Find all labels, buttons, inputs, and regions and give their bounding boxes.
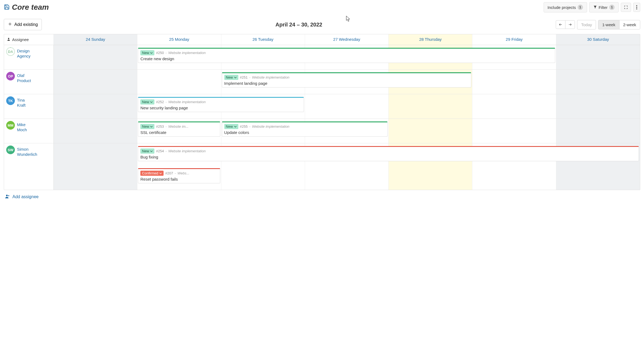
task-status-badge[interactable]: New <box>140 124 154 129</box>
plus-icon <box>8 22 12 27</box>
schedule-lane-area[interactable]: New #250-Website implementationCreate ne… <box>54 45 640 69</box>
two-week-button[interactable]: 2-week <box>619 20 640 29</box>
add-assignee-label: Add assignee <box>12 194 39 199</box>
assignee-row: TKTinaKraftNew #252-Website implementati… <box>4 94 640 119</box>
day-header[interactable]: 24 Sunday <box>54 34 137 45</box>
task-status-badge[interactable]: New <box>224 124 238 129</box>
save-icon[interactable] <box>4 4 10 11</box>
day-header[interactable]: 29 Friday <box>472 34 556 45</box>
task-id: #207 <box>165 171 173 175</box>
avatar: MM <box>6 121 15 130</box>
task-status-badge[interactable]: Confirmed <box>140 171 164 176</box>
day-header[interactable]: 27 Wednesday <box>305 34 389 45</box>
schedule-lane-area[interactable]: New #254-Website implementationBug fixin… <box>54 143 640 190</box>
task-project: Website implementation <box>252 124 290 129</box>
filter-count: 1 <box>609 5 615 10</box>
assignee-row: SWSimonWunderlichNew #254-Website implem… <box>4 143 640 190</box>
task-title: New security landing page <box>140 106 301 110</box>
assignee-name: OlafProduct <box>17 72 31 83</box>
title-bar: Core team Include projects 1 Filter 1 <box>4 2 640 12</box>
task-card[interactable]: New #253-Website im...SSL certificate <box>138 122 220 137</box>
avatar: TK <box>6 96 15 105</box>
day-header[interactable]: 25 Monday <box>137 34 221 45</box>
assignee-name: SimonWunderlich <box>17 146 37 157</box>
task-project: Website implementation <box>168 149 206 153</box>
schedule-lane-area[interactable]: New #253-Website im...SSL certificateNew… <box>54 119 640 143</box>
prev-button[interactable] <box>556 20 565 29</box>
task-title: Reset password fails <box>140 177 218 181</box>
task-project: Website implementation <box>252 75 290 79</box>
task-title: Implement landing page <box>224 81 469 86</box>
schedule-header-row: Assignee 24 Sunday 25 Monday 26 Tuesday … <box>4 34 640 45</box>
assignee-name: TinaKraft <box>17 96 26 108</box>
avatar: SW <box>6 146 15 154</box>
svg-point-1 <box>636 7 637 8</box>
include-projects-button[interactable]: Include projects 1 <box>544 2 587 12</box>
task-id: #251 <box>240 75 248 79</box>
task-title: SSL certificate <box>140 130 218 135</box>
task-project: Website im... <box>168 124 189 129</box>
task-id: #255 <box>240 124 248 129</box>
include-projects-count: 1 <box>578 5 583 10</box>
day-header[interactable]: 26 Tuesday <box>221 34 305 45</box>
task-title: Bug fixing <box>140 155 636 159</box>
one-week-button[interactable]: 1-week <box>598 20 619 29</box>
svg-point-7 <box>8 38 9 39</box>
assignee-row: MMMikeMochNew #253-Website im...SSL cert… <box>4 119 640 143</box>
task-project: Website implementation <box>168 51 206 55</box>
task-title: Update colors <box>224 130 385 135</box>
schedule-lane-area[interactable]: New #251-Website implementationImplement… <box>54 70 640 94</box>
svg-point-8 <box>6 195 8 196</box>
task-card[interactable]: New #255-Website implementationUpdate co… <box>222 122 388 137</box>
today-button[interactable]: Today <box>577 20 596 29</box>
task-status-badge[interactable]: New <box>224 75 238 80</box>
task-status-badge[interactable]: New <box>140 148 154 154</box>
task-project: Webs... <box>178 171 189 175</box>
assignee-cell[interactable]: SWSimonWunderlich <box>4 143 54 190</box>
add-existing-button[interactable]: Add existing <box>4 19 42 30</box>
assignee-row: OPOlafProductNew #251-Website implementa… <box>4 69 640 94</box>
task-card[interactable]: New #254-Website implementationBug fixin… <box>138 146 639 161</box>
page-title: Core team <box>12 3 49 12</box>
add-existing-label: Add existing <box>14 22 38 27</box>
task-card[interactable]: New #250-Website implementationCreate ne… <box>138 48 555 63</box>
task-project: Website implementation <box>168 100 206 104</box>
assignee-cell[interactable]: MMMikeMoch <box>4 119 54 143</box>
task-card[interactable]: Confirmed #207-Webs...Reset password fai… <box>138 168 220 183</box>
cursor-icon <box>346 16 351 22</box>
assignee-row: DADesignAgencyNew #250-Website implement… <box>4 45 640 69</box>
day-header[interactable]: 28 Thursday <box>389 34 472 45</box>
task-title: Create new design <box>140 56 553 61</box>
assignee-cell[interactable]: OPOlafProduct <box>4 70 54 94</box>
add-user-icon <box>5 194 10 200</box>
schedule-lane-area[interactable]: New #252-Website implementationNew secur… <box>54 94 640 119</box>
more-menu-button[interactable] <box>633 3 640 12</box>
assignee-cell[interactable]: DADesignAgency <box>4 45 54 69</box>
assignee-column-header[interactable]: Assignee <box>4 34 54 45</box>
fullscreen-button[interactable] <box>621 3 631 12</box>
avatar: DA <box>6 47 15 56</box>
task-card[interactable]: New #251-Website implementationImplement… <box>222 72 472 87</box>
day-header[interactable]: 30 Saturday <box>556 34 640 45</box>
filter-label: Filter <box>599 5 608 10</box>
add-assignee-button[interactable]: Add assignee <box>4 190 640 204</box>
assignee-name: DesignAgency <box>17 47 30 59</box>
date-range: April 24 – 30, 2022 <box>275 22 322 28</box>
next-button[interactable] <box>565 20 575 29</box>
task-id: #254 <box>156 149 164 153</box>
assignee-name: MikeMoch <box>17 121 27 133</box>
task-id: #250 <box>156 51 164 55</box>
filter-icon <box>593 5 597 10</box>
schedule-board: Assignee 24 Sunday 25 Monday 26 Tuesday … <box>4 34 640 190</box>
task-id: #252 <box>156 100 164 104</box>
date-toolbar: Add existing April 24 – 30, 2022 Today 1… <box>4 19 640 30</box>
task-card[interactable]: New #252-Website implementationNew secur… <box>138 97 304 112</box>
task-id: #253 <box>156 124 164 129</box>
filter-button[interactable]: Filter 1 <box>589 2 619 12</box>
avatar: OP <box>6 72 15 80</box>
include-projects-label: Include projects <box>548 5 576 10</box>
task-status-badge[interactable]: New <box>140 99 154 104</box>
task-status-badge[interactable]: New <box>140 50 154 55</box>
assignee-cell[interactable]: TKTinaKraft <box>4 94 54 119</box>
user-icon <box>7 37 11 42</box>
